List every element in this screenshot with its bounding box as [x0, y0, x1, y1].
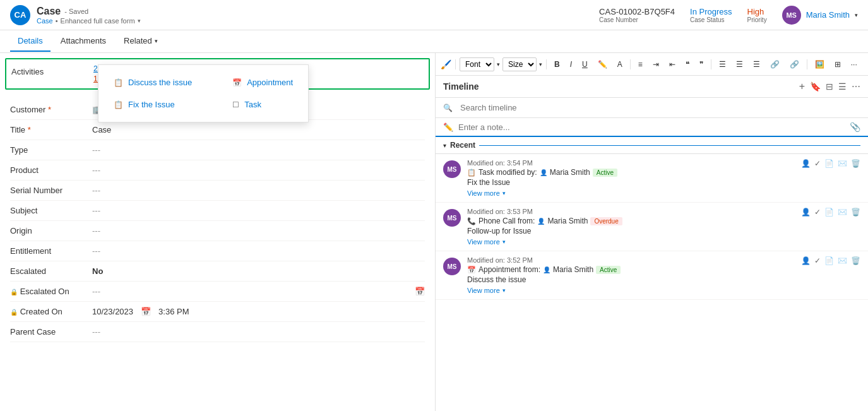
- entry-assign-icon-2[interactable]: 👤: [801, 208, 811, 217]
- note-input[interactable]: [458, 122, 850, 132]
- breadcrumb-current[interactable]: Enhanced full case form: [61, 17, 135, 25]
- field-product: Product ---: [10, 160, 425, 181]
- tab-attachments[interactable]: Attachments: [53, 31, 114, 52]
- timeline-more-icon[interactable]: ⋯: [852, 81, 860, 92]
- attach-icon[interactable]: 📎: [850, 122, 860, 132]
- timeline-filter-icon[interactable]: ⊟: [826, 81, 833, 92]
- editor-paint-icon[interactable]: 🖌️: [441, 59, 451, 69]
- field-label-escalated-on: 🔒 Escalated On: [10, 287, 92, 296]
- entry-check-icon-2[interactable]: ✓: [814, 208, 821, 217]
- tab-details[interactable]: Details: [10, 31, 51, 52]
- entry-check-icon-1[interactable]: ✓: [814, 159, 821, 168]
- toolbar-sep-4: [711, 59, 711, 69]
- entry-user-icon-1: 👤: [540, 169, 547, 176]
- timeline-add-icon[interactable]: +: [799, 81, 805, 92]
- discuss-label: Discuss the issue: [128, 78, 192, 87]
- timeline-list-icon[interactable]: ☰: [838, 81, 847, 92]
- tab-related[interactable]: Related ▾: [116, 31, 165, 52]
- field-value-product[interactable]: ---: [92, 165, 425, 175]
- entry-email-icon-2[interactable]: ✉️: [838, 208, 847, 217]
- entry-check-icon-3[interactable]: ✓: [814, 256, 821, 265]
- field-label-created-on: 🔒 Created On: [10, 307, 92, 316]
- field-value-entitlement[interactable]: ---: [92, 246, 425, 256]
- dropdown-item-fix[interactable]: 📋 Fix the Issue: [104, 95, 202, 114]
- justify-button[interactable]: ☰: [749, 59, 764, 70]
- breadcrumb-chevron-icon[interactable]: ▾: [138, 18, 141, 24]
- breadcrumb-parent[interactable]: Case: [37, 17, 53, 25]
- field-value-escalated[interactable]: No: [92, 266, 425, 276]
- entry-delete-icon-3[interactable]: 🗑️: [851, 256, 860, 265]
- image-button[interactable]: 🖼️: [811, 59, 828, 70]
- view-more-1[interactable]: View more ▾: [467, 189, 796, 197]
- field-value-serial[interactable]: ---: [92, 186, 425, 195]
- table-button[interactable]: ⊞: [831, 59, 845, 70]
- entry-user-icon-2: 👤: [537, 218, 545, 225]
- size-select[interactable]: Size: [502, 57, 537, 71]
- entry-avatar-2: MS: [443, 209, 461, 227]
- header-title-block: Case - Saved Case • Enhanced full case f…: [37, 6, 141, 25]
- field-label-product: Product: [10, 165, 92, 175]
- field-label-type: Type: [10, 145, 92, 155]
- entry-doc-icon-1[interactable]: 📄: [824, 159, 834, 168]
- field-value-escalated-on[interactable]: ---: [92, 287, 415, 296]
- view-more-2[interactable]: View more ▾: [467, 238, 796, 246]
- view-more-3[interactable]: View more ▾: [467, 287, 796, 294]
- indent-button[interactable]: ⇥: [649, 59, 663, 70]
- timeline-bookmark-icon[interactable]: 🔖: [810, 81, 821, 92]
- entry-delete-icon-1[interactable]: 🗑️: [851, 159, 860, 168]
- align-left-button[interactable]: ≡: [634, 59, 646, 70]
- entry-assign-icon-3[interactable]: 👤: [801, 256, 811, 265]
- field-value-subject[interactable]: ---: [92, 206, 425, 215]
- font-color-button[interactable]: A: [614, 59, 626, 70]
- field-value-title[interactable]: Case: [92, 125, 425, 134]
- field-value-parent-case[interactable]: ---: [92, 327, 425, 337]
- user-block: MS Maria Smith ▾: [782, 6, 858, 25]
- created-on-calendar-icon[interactable]: 📅: [141, 307, 151, 316]
- field-label-customer: Customer: [10, 105, 92, 114]
- bold-button[interactable]: B: [550, 59, 564, 70]
- italic-button[interactable]: I: [566, 59, 576, 70]
- field-value-type[interactable]: ---: [92, 145, 425, 155]
- entry-email-icon-3[interactable]: ✉️: [838, 256, 847, 265]
- case-number-label: Case Number: [599, 16, 675, 23]
- unlink-button[interactable]: 🔗: [786, 59, 803, 70]
- font-chevron-icon[interactable]: ▾: [497, 61, 500, 68]
- entry-doc-icon-3[interactable]: 📄: [824, 256, 834, 265]
- entry-title-3: Discuss the issue: [467, 275, 796, 284]
- more-button[interactable]: ···: [847, 59, 861, 70]
- priority-label: Priority: [747, 16, 767, 23]
- search-input[interactable]: [456, 102, 860, 114]
- owner-name[interactable]: Maria Smith: [806, 10, 850, 20]
- dropdown-item-task[interactable]: ☐ Task: [222, 95, 303, 114]
- field-value-created-on[interactable]: 10/23/2023 📅 3:36 PM: [92, 307, 425, 316]
- field-entitlement: Entitlement ---: [10, 241, 425, 261]
- field-value-origin[interactable]: ---: [92, 226, 425, 235]
- font-select[interactable]: Font: [460, 57, 494, 71]
- link-button[interactable]: 🔗: [766, 59, 783, 70]
- entry-delete-icon-2[interactable]: 🗑️: [851, 208, 860, 217]
- entry-user-2: Maria Smith: [547, 217, 588, 225]
- entry-email-icon-1[interactable]: ✉️: [838, 159, 847, 168]
- field-subject: Subject ---: [10, 201, 425, 221]
- underline-button[interactable]: U: [578, 59, 592, 70]
- entry-avatar-1: MS: [443, 160, 461, 178]
- toolbar-sep-3: [630, 59, 631, 69]
- owner-chevron-icon[interactable]: ▾: [855, 12, 858, 18]
- dropdown-item-appointment[interactable]: 📅 Appointment: [222, 73, 303, 92]
- entry-type-icon-1: 📋: [467, 169, 476, 177]
- escalated-on-calendar-icon[interactable]: 📅: [415, 287, 425, 296]
- field-parent-case: Parent Case ---: [10, 322, 425, 342]
- quote-close-button[interactable]: ❞: [696, 59, 707, 70]
- created-on-date: 10/23/2023: [92, 307, 133, 316]
- outdent-button[interactable]: ⇤: [665, 59, 679, 70]
- align-center-button[interactable]: ☰: [715, 59, 730, 70]
- entry-doc-icon-2[interactable]: 📄: [824, 208, 834, 217]
- recent-chevron-icon[interactable]: ▾: [443, 142, 446, 149]
- dropdown-item-discuss[interactable]: 📋 Discuss the issue: [104, 73, 202, 92]
- align-right-button[interactable]: ☰: [732, 59, 747, 70]
- size-chevron-icon[interactable]: ▾: [539, 61, 542, 68]
- case-status-label: Case Status: [690, 16, 732, 23]
- quote-open-button[interactable]: ❝: [682, 59, 693, 70]
- highlight-button[interactable]: ✏️: [594, 59, 611, 70]
- entry-assign-icon-1[interactable]: 👤: [801, 159, 811, 168]
